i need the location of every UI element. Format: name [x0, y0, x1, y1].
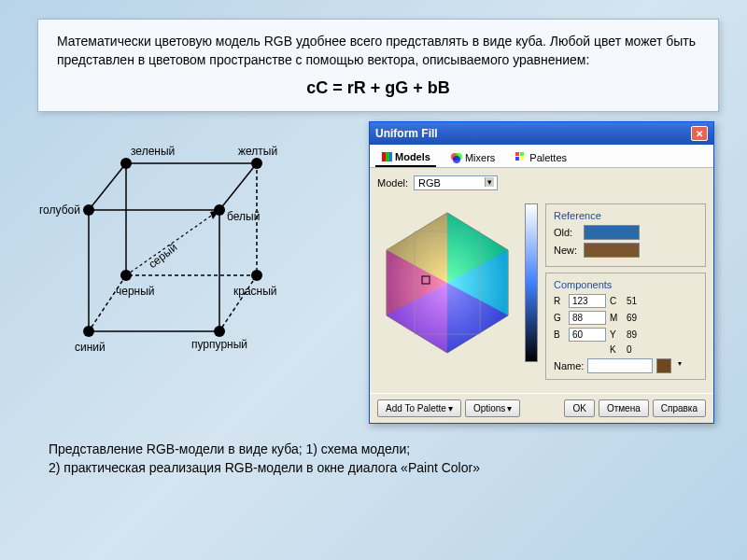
color-hexagon[interactable]: [377, 203, 517, 362]
content-row: зеленый желтый голубой белый серый черны…: [37, 121, 719, 424]
b-input[interactable]: 60: [569, 328, 606, 342]
svg-rect-24: [389, 152, 392, 161]
g-input[interactable]: 88: [569, 311, 606, 325]
svg-rect-28: [515, 152, 519, 156]
tab-mixers[interactable]: Mixers: [445, 148, 500, 167]
model-label: Model:: [377, 177, 408, 189]
cancel-button[interactable]: Отмена: [599, 399, 649, 417]
label-black: черный: [116, 285, 155, 298]
svg-rect-22: [382, 152, 386, 161]
label-magenta: пурпурный: [191, 338, 247, 351]
tab-palettes[interactable]: Palettes: [510, 148, 572, 167]
svg-point-21: [214, 326, 225, 337]
components-group: Components R123 C51 G88 M69 B60 Y89 K0 N…: [545, 273, 706, 380]
y-value: 89: [627, 329, 655, 340]
svg-point-19: [251, 270, 262, 281]
equation: cC = rR + gG + bB: [57, 78, 699, 98]
dialog-buttons: Add To Palette ▾ Options ▾ OK Отмена Спр…: [370, 393, 713, 423]
rgb-cube-diagram: зеленый желтый голубой белый серый черны…: [37, 121, 355, 401]
svg-point-17: [214, 204, 225, 216]
svg-point-27: [453, 156, 460, 163]
m-value: 69: [627, 313, 655, 323]
svg-rect-29: [520, 152, 524, 156]
reference-title: Reference: [554, 210, 698, 221]
caption: Представление RGB-модели в виде куба; 1)…: [37, 433, 719, 484]
label-yellow: желтый: [238, 145, 277, 158]
palettes-icon: [515, 152, 527, 163]
tab-models[interactable]: Models: [375, 148, 436, 167]
uniform-fill-dialog: Uniform Fill ✕ Models Mixers Palettes Mo…: [369, 121, 714, 424]
svg-point-15: [251, 158, 262, 169]
ok-button[interactable]: OK: [564, 399, 594, 417]
intro-text: Математически цветовую модель RGB удобне…: [57, 33, 699, 69]
caption-line-1: Представление RGB-модели в виде куба; 1)…: [49, 441, 708, 459]
svg-line-8: [89, 163, 126, 210]
name-input[interactable]: [587, 358, 653, 373]
svg-line-11: [89, 275, 126, 331]
c-value: 51: [627, 296, 655, 306]
options-button[interactable]: Options ▾: [465, 399, 520, 417]
dialog-titlebar: Uniform Fill ✕: [370, 122, 713, 145]
svg-rect-31: [520, 157, 524, 161]
svg-rect-23: [386, 152, 389, 161]
r-input[interactable]: 123: [569, 294, 606, 308]
new-label: New:: [554, 245, 578, 256]
components-title: Components: [554, 279, 698, 290]
mixers-icon: [451, 152, 462, 163]
new-swatch: [584, 243, 640, 258]
name-label: Name:: [554, 360, 584, 371]
caption-line-2: 2) практическая реализация RGB-модели в …: [49, 459, 708, 478]
label-blue: синий: [75, 341, 106, 354]
svg-point-18: [120, 270, 132, 281]
label-white: белый: [227, 210, 260, 223]
cube-svg: [37, 121, 355, 401]
svg-point-20: [83, 326, 94, 337]
brightness-slider[interactable]: [525, 203, 538, 362]
old-swatch: [584, 225, 640, 240]
models-icon: [381, 151, 392, 162]
svg-point-16: [83, 204, 94, 216]
reference-group: Reference Old: New:: [545, 203, 706, 267]
old-label: Old:: [554, 227, 578, 238]
label-red: красный: [233, 285, 277, 298]
svg-point-14: [120, 158, 132, 169]
close-button[interactable]: ✕: [691, 126, 708, 141]
label-green: зеленый: [131, 145, 175, 158]
name-color-chip[interactable]: [656, 358, 671, 373]
k-value: 0: [627, 344, 655, 355]
dialog-title: Uniform Fill: [375, 127, 438, 140]
help-button[interactable]: Справка: [653, 399, 706, 417]
intro-card: Математически цветовую модель RGB удобне…: [37, 19, 719, 112]
model-selector-row: Model: RGB: [377, 175, 706, 190]
svg-rect-30: [515, 157, 519, 161]
model-dropdown[interactable]: RGB: [414, 175, 498, 190]
dialog-tabs: Models Mixers Palettes: [370, 145, 713, 168]
svg-line-10: [219, 275, 257, 331]
add-to-palette-button[interactable]: Add To Palette ▾: [377, 399, 461, 417]
svg-line-9: [219, 163, 257, 210]
label-cyan: голубой: [39, 203, 80, 217]
